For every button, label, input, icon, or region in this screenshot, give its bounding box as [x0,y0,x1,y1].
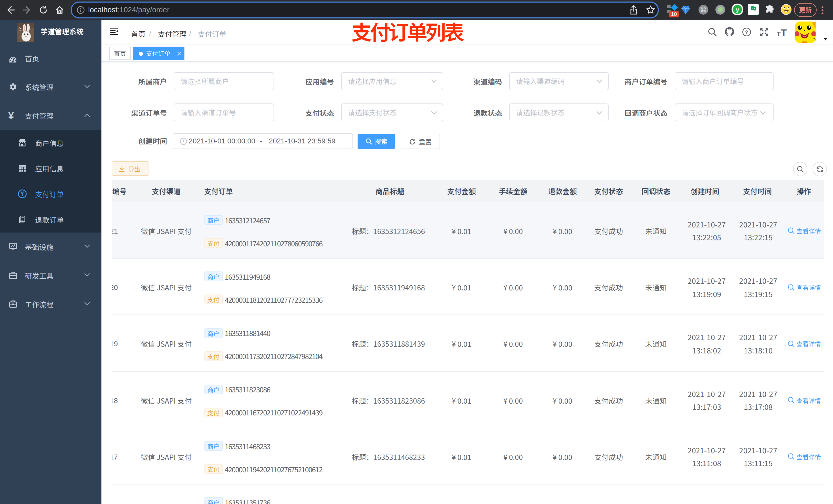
svg-text:10: 10 [671,11,677,17]
svg-text:y: y [736,6,739,13]
svg-text:?: ? [745,29,748,35]
svg-text:⌘: ⌘ [700,6,707,13]
svg-text:¥: ¥ [21,191,24,197]
